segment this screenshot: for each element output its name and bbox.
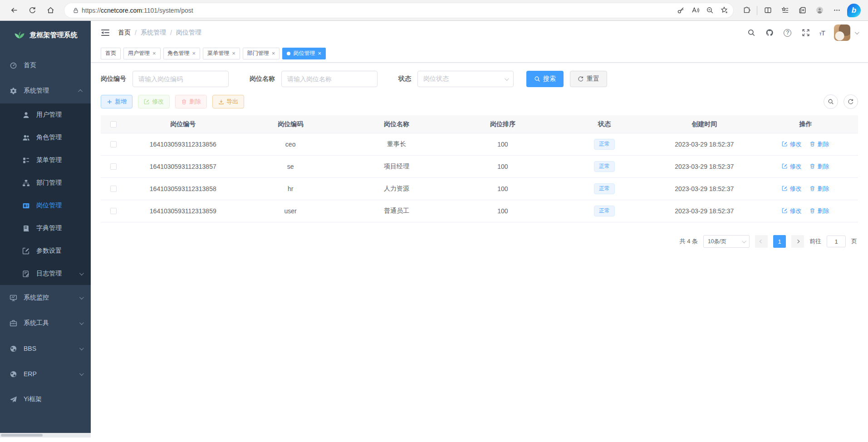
sidebar-item-label: Yi框架 [24, 395, 42, 403]
goto-page-input[interactable] [827, 236, 846, 247]
sidebar-item-3[interactable]: 用户管理 [0, 103, 91, 126]
collections-icon[interactable] [795, 4, 809, 17]
fullscreen-icon[interactable] [801, 28, 810, 37]
trash-icon [809, 141, 815, 147]
url-text[interactable]: https://ccnetcore.com:1101/system/post [82, 7, 193, 14]
select-all-checkbox[interactable] [110, 121, 117, 128]
row-delete-link[interactable]: 删除 [809, 207, 829, 215]
table-row: 1641030593112313859user普通员工100正常2023-03-… [101, 200, 858, 222]
sidebar-item-label: 菜单管理 [36, 156, 62, 164]
avatar-caret-icon[interactable] [855, 30, 859, 34]
address-bar[interactable]: https://ccnetcore.com:1101/system/post [64, 3, 733, 18]
sidebar-item-2[interactable]: 系统管理 [0, 78, 91, 103]
app-logo[interactable]: 意框架管理系统 [0, 21, 91, 49]
chevron-down-icon [79, 371, 84, 376]
download-icon [218, 99, 224, 105]
next-page-button[interactable] [791, 235, 804, 248]
close-tab-icon[interactable]: × [272, 50, 275, 56]
sidebar-item-15[interactable]: Yi框架 [0, 387, 91, 412]
profile-icon[interactable] [813, 4, 826, 17]
sidebar-item-11[interactable]: 系统监控 [0, 285, 91, 310]
sidebar-item-4[interactable]: 角色管理 [0, 126, 91, 149]
lock-icon[interactable] [70, 7, 82, 14]
chevron-down-icon [79, 295, 84, 300]
refresh-icon[interactable] [25, 3, 40, 18]
tab-5[interactable]: 部门管理× [243, 48, 280, 59]
close-tab-icon[interactable]: × [192, 50, 196, 56]
close-tab-icon[interactable]: × [318, 50, 321, 56]
created-time-cell: 2023-03-29 18:52:37 [656, 207, 753, 215]
search-button[interactable]: 搜索 [526, 71, 564, 87]
delete-button[interactable]: 删除 [175, 95, 207, 108]
search-icon[interactable] [747, 28, 756, 37]
back-icon[interactable] [6, 3, 22, 18]
tab-3[interactable]: 角色管理× [163, 48, 201, 59]
help-icon[interactable]: ? [783, 28, 792, 37]
read-aloud-icon[interactable] [689, 4, 701, 17]
close-tab-icon[interactable]: × [232, 50, 235, 56]
breadcrumb-item-2: 系统管理 [141, 29, 166, 37]
tab-4[interactable]: 菜单管理× [203, 48, 240, 59]
breadcrumb-item-1[interactable]: 首页 [118, 29, 131, 37]
zoom-out-icon[interactable] [703, 4, 716, 17]
split-screen-icon[interactable] [761, 4, 775, 17]
extensions-icon[interactable] [740, 4, 753, 17]
close-tab-icon[interactable]: × [152, 50, 156, 56]
row-edit-link[interactable]: 修改 [782, 207, 801, 215]
row-checkbox[interactable] [110, 163, 117, 170]
row-checkbox[interactable] [110, 208, 117, 214]
sidebar-item-6[interactable]: 部门管理 [0, 172, 91, 194]
sidebar-item-14[interactable]: ERP [0, 361, 91, 387]
sidebar-scrollbar[interactable] [0, 433, 91, 437]
post-name-input[interactable] [281, 71, 378, 87]
tab-2[interactable]: 用户管理× [123, 48, 161, 59]
reset-button[interactable]: 重置 [570, 71, 607, 87]
cell: 普通员工 [341, 207, 452, 215]
edit-button[interactable]: 修改 [138, 95, 170, 108]
sidebar-item-9[interactable]: 参数设置 [0, 240, 91, 262]
scrollbar-thumb[interactable] [1, 434, 43, 437]
row-delete-link[interactable]: 删除 [809, 140, 829, 148]
sidebar-item-10[interactable]: 日志管理 [0, 262, 91, 285]
row-edit-link[interactable]: 修改 [782, 140, 801, 148]
sidebar-item-13[interactable]: BBS [0, 336, 91, 361]
chevron-down-icon [505, 76, 509, 81]
export-button[interactable]: 导出 [212, 95, 244, 108]
sidebar-item-12[interactable]: 系统工具 [0, 310, 91, 336]
text-size-icon[interactable]: тT [819, 29, 825, 37]
sidebar-item-8[interactable]: 字典管理 [0, 217, 91, 240]
row-delete-link[interactable]: 删除 [809, 185, 829, 193]
breadcrumb: 首页/系统管理/岗位管理 [118, 29, 201, 37]
add-favorite-icon[interactable] [718, 4, 731, 17]
browser-toolbar: https://ccnetcore.com:1101/system/post b [0, 0, 868, 21]
row-edit-link[interactable]: 修改 [782, 162, 801, 171]
status-select[interactable]: 岗位状态 [417, 71, 514, 87]
post-id-input[interactable] [132, 71, 229, 87]
row-delete-link[interactable]: 删除 [809, 162, 829, 171]
table-header-row: 岗位编号岗位编码岗位名称岗位排序状态创建时间操作 [101, 115, 858, 133]
settings-more-icon[interactable] [830, 4, 843, 17]
tab-6[interactable]: 岗位管理× [282, 48, 326, 59]
current-page-button[interactable]: 1 [773, 235, 786, 248]
sidebar-item-5[interactable]: 菜单管理 [0, 149, 91, 172]
row-edit-link[interactable]: 修改 [782, 185, 801, 193]
tab-1[interactable]: 首页 [101, 48, 121, 59]
table-refresh-icon[interactable] [843, 94, 858, 109]
bing-chat-icon[interactable]: b [847, 4, 861, 17]
pagination: 共 4 条 10条/页 1 前往 页 [91, 222, 868, 248]
home-icon[interactable] [43, 3, 58, 18]
page-size-select[interactable]: 10条/页 [703, 235, 750, 248]
favorites-icon[interactable] [778, 4, 792, 17]
add-button[interactable]: 新增 [101, 95, 132, 108]
table-search-icon[interactable] [824, 94, 838, 109]
app-window: 意框架管理系统 首页系统管理用户管理角色管理菜单管理部门管理岗位管理字典管理参数… [0, 21, 868, 442]
sidebar-item-1[interactable]: 首页 [0, 53, 91, 78]
sidebar-item-7[interactable]: 岗位管理 [0, 194, 91, 217]
github-icon[interactable] [765, 28, 774, 37]
row-checkbox[interactable] [110, 141, 117, 147]
password-key-icon[interactable] [674, 4, 687, 17]
prev-page-button[interactable] [755, 235, 768, 248]
user-avatar[interactable] [834, 25, 850, 41]
row-checkbox[interactable] [110, 186, 117, 192]
collapse-sidebar-icon[interactable] [101, 29, 110, 37]
